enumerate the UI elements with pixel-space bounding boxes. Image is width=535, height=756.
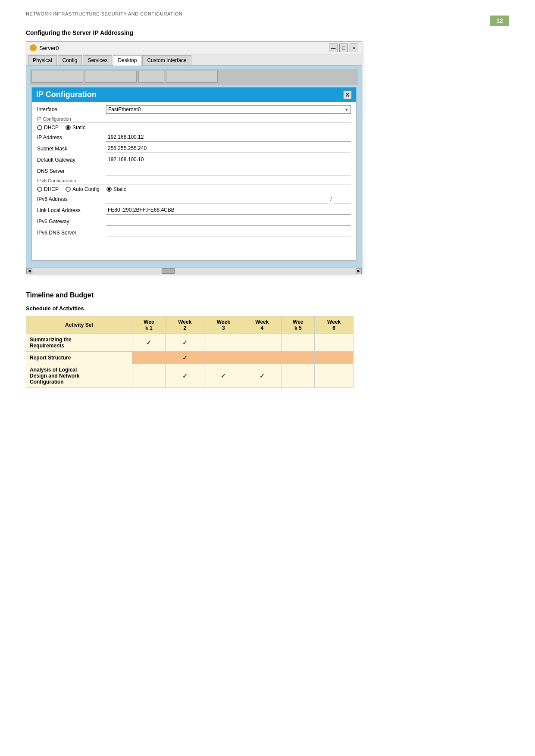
scroll-track xyxy=(32,268,356,274)
tab-services[interactable]: Services xyxy=(83,55,112,65)
week-cell xyxy=(282,364,315,388)
ip-address-input[interactable]: 192.168.100.12 xyxy=(106,133,351,142)
ip-address-label: IP Address xyxy=(37,134,106,141)
week-cell xyxy=(132,364,166,388)
ipv6-gateway-input[interactable] xyxy=(106,217,351,226)
week-cell xyxy=(315,352,354,364)
ip-config-header: IP Configuration X xyxy=(32,87,356,102)
schedule-heading: Schedule of Activities xyxy=(26,305,509,312)
week-cell: ✓ xyxy=(166,364,204,388)
section1-heading: Configuring the Server IP Addressing xyxy=(26,29,509,36)
table-row: Report Structure✓ xyxy=(26,352,354,364)
subnet-mask-input[interactable]: 255.255.255.240 xyxy=(106,144,351,153)
horizontal-scrollbar[interactable]: ◀ ▶ xyxy=(26,268,362,274)
week-cell: ✓ xyxy=(132,334,166,352)
ipv6-autoconfig-radio[interactable]: Auto Config xyxy=(66,186,100,192)
scroll-left-button[interactable]: ◀ xyxy=(26,268,32,274)
maximize-button[interactable]: □ xyxy=(339,44,348,52)
interface-value: FastEthernet0 xyxy=(108,106,141,112)
default-gateway-input[interactable]: 192.168.100.10 xyxy=(106,156,351,164)
toolbar-strip xyxy=(30,69,358,84)
col-header-week6: Week 6 xyxy=(315,316,354,334)
check-mark-icon: ✓ xyxy=(182,339,188,346)
window-title-text: Server0 xyxy=(39,45,59,51)
schedule-table: Activity Set Wee k 1 Week 2 Week 3 Week … xyxy=(26,316,354,388)
default-gateway-label: Default Gateway xyxy=(37,157,106,163)
ipv6-section-label: IPv6 Configuration xyxy=(37,178,351,184)
col-header-week3: Week 3 xyxy=(204,316,243,334)
window-title-area: Server0 xyxy=(30,44,59,51)
ipv4-radio-group: DHCP Static xyxy=(37,125,351,131)
ipv6-dhcp-circle xyxy=(37,187,42,192)
server-window: Server0 — □ × Physical Config Services D… xyxy=(26,41,362,274)
tab-physical[interactable]: Physical xyxy=(28,55,57,65)
close-button[interactable]: × xyxy=(350,44,358,52)
check-mark-icon: ✓ xyxy=(182,372,188,379)
week-cell xyxy=(315,334,354,352)
activity-cell: Summarizing theRequirements xyxy=(26,334,132,352)
ipv6-static-radio[interactable]: Static xyxy=(106,186,126,192)
check-mark-icon: ✓ xyxy=(221,372,226,379)
ip-config-close-button[interactable]: X xyxy=(343,91,352,99)
minimize-button[interactable]: — xyxy=(329,44,338,52)
ipv6-dns-input[interactable] xyxy=(106,228,351,237)
toolbar-item-3 xyxy=(138,71,164,83)
ipv6-radio-group: DHCP Auto Config Static xyxy=(37,186,351,192)
ipv6-dhcp-radio[interactable]: DHCP xyxy=(37,186,59,192)
week-cell: ✓ xyxy=(166,334,204,352)
ipv6-address-row: IPv6 Address / xyxy=(37,195,351,203)
activity-cell: Analysis of LogicalDesign and NetworkCon… xyxy=(26,364,132,388)
link-local-value: FE80::290:2BFF:FE68:4CBB xyxy=(106,206,351,215)
check-mark-icon: ✓ xyxy=(260,372,265,379)
page-number: 12 xyxy=(490,16,509,26)
window-content: IP Configuration X Interface FastEtherne… xyxy=(26,66,362,268)
window-titlebar: Server0 — □ × xyxy=(26,42,362,54)
week-cell xyxy=(282,334,315,352)
ip-config-title: IP Configuration xyxy=(36,90,97,99)
ipv6-autoconfig-circle xyxy=(66,187,71,192)
week-cell xyxy=(315,364,354,388)
subnet-mask-label: Subnet Mask xyxy=(37,146,106,152)
ipv6-static-label: Static xyxy=(113,186,126,192)
tab-desktop[interactable]: Desktop xyxy=(113,55,141,66)
ipv6-autoconfig-label: Auto Config xyxy=(72,186,100,192)
window-controls: — □ × xyxy=(329,44,358,52)
link-local-label: Link Local Address xyxy=(37,207,106,213)
dns-server-row: DNS Server xyxy=(37,167,351,175)
interface-row: Interface FastEthernet0 ▼ xyxy=(37,105,351,114)
ipv6-slash: / xyxy=(330,196,332,203)
dns-server-input[interactable] xyxy=(106,167,351,175)
toolbar-item-1 xyxy=(31,71,83,83)
static-radio-circle xyxy=(66,125,71,130)
table-header-row: Activity Set Wee k 1 Week 2 Week 3 Week … xyxy=(26,316,354,334)
week-cell xyxy=(204,352,243,364)
interface-dropdown[interactable]: FastEthernet0 ▼ xyxy=(106,105,351,114)
week-cell xyxy=(132,352,166,364)
link-local-row: Link Local Address FE80::290:2BFF:FE68:4… xyxy=(37,206,351,215)
col-header-week5: Wee k 5 xyxy=(282,316,315,334)
ipv6-prefix-input[interactable] xyxy=(334,195,351,203)
check-mark-icon: ✓ xyxy=(146,339,151,346)
scroll-right-button[interactable]: ▶ xyxy=(356,268,362,274)
col-header-week4: Week 4 xyxy=(243,316,282,334)
subnet-mask-row: Subnet Mask 255.255.255.240 xyxy=(37,144,351,153)
dhcp-label: DHCP xyxy=(44,125,59,131)
week-cell xyxy=(243,352,282,364)
tab-config[interactable]: Config xyxy=(58,55,82,65)
ipv6-gateway-row: IPv6 Gateway xyxy=(37,217,351,226)
tab-custom-interface[interactable]: Custom Interface xyxy=(142,55,191,65)
ipv6-dns-label: IPv6 DNS Server xyxy=(37,230,106,236)
static-radio[interactable]: Static xyxy=(66,125,85,131)
ipv6-address-input[interactable] xyxy=(106,195,329,203)
check-mark-icon: ✓ xyxy=(182,354,188,361)
ipv4-section-label: IP Configuration xyxy=(37,116,351,123)
server-icon xyxy=(30,44,37,51)
ip-config-body: Interface FastEthernet0 ▼ IP Configurati… xyxy=(32,102,356,260)
interface-label: Interface xyxy=(37,106,106,112)
week-cell xyxy=(204,334,243,352)
col-header-week2: Week 2 xyxy=(166,316,204,334)
toolbar-item-2 xyxy=(85,71,137,83)
scroll-thumb[interactable] xyxy=(162,268,175,274)
dns-server-label: DNS Server xyxy=(37,168,106,174)
dhcp-radio[interactable]: DHCP xyxy=(37,125,59,131)
